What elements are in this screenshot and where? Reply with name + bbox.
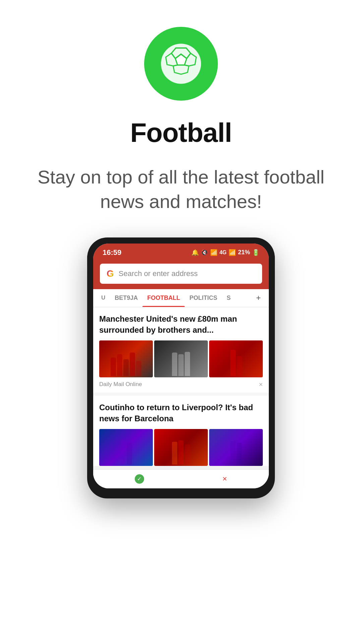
news-area: Manchester United's new £80m man surroun… <box>93 307 269 466</box>
article-1-title: Manchester United's new £80m man surroun… <box>99 313 263 336</box>
alarm-icon: 🔔 <box>191 249 199 256</box>
article-1-img-3 <box>209 340 263 377</box>
tab-football[interactable]: FOOTBALL <box>142 289 185 307</box>
search-bar-area: G Search or enter address <box>93 260 269 289</box>
article-1-source: Daily Mail Online <box>99 381 142 388</box>
battery-label: 21% <box>238 249 250 256</box>
article-2-images <box>99 429 263 466</box>
article-1-img-2 <box>154 340 208 377</box>
confirm-nav-icon[interactable]: ✓ <box>135 474 144 484</box>
article-2: Coutinho to return to Liverpool? It's ba… <box>93 396 269 466</box>
article-1-close[interactable]: × <box>259 381 263 388</box>
wifi-icon: 📶 <box>210 249 218 256</box>
app-title: Football <box>130 117 232 148</box>
add-tab-button[interactable]: + <box>251 290 265 306</box>
article-2-title: Coutinho to return to Liverpool? It's ba… <box>99 402 263 424</box>
article-2-img-3 <box>209 429 263 466</box>
tab-u[interactable]: U <box>97 289 110 307</box>
tab-politics[interactable]: POLITICS <box>185 289 222 307</box>
article-1-images <box>99 340 263 377</box>
status-icons: 🔔 🔇 📶 4G 📶 21% 🔋 <box>191 249 259 256</box>
article-1-source-bar: Daily Mail Online × <box>99 377 263 392</box>
google-logo: G <box>107 268 114 279</box>
app-icon <box>144 27 218 101</box>
status-time: 16:59 <box>103 248 121 257</box>
signal-icon: 📶 <box>229 249 236 256</box>
bottom-nav-bar: ✓ ✕ <box>93 469 269 488</box>
app-subtitle: Stay on top of all the latest football n… <box>0 165 362 214</box>
article-2-img-2 <box>154 429 208 466</box>
phone-mockup: 16:59 🔔 🔇 📶 4G 📶 21% 🔋 G Search or enter… <box>87 237 275 498</box>
status-bar: 16:59 🔔 🔇 📶 4G 📶 21% 🔋 <box>93 244 269 260</box>
search-bar[interactable]: G Search or enter address <box>100 264 262 284</box>
article-2-img-1 <box>99 429 153 466</box>
close-nav-icon[interactable]: ✕ <box>222 475 227 483</box>
phone-screen: 16:59 🔔 🔇 📶 4G 📶 21% 🔋 G Search or enter… <box>93 244 269 488</box>
tabs-bar: U BET9JA FOOTBALL POLITICS S + <box>93 289 269 307</box>
search-placeholder: Search or enter address <box>119 269 198 278</box>
article-1-img-1 <box>99 340 153 377</box>
phone-frame: 16:59 🔔 🔇 📶 4G 📶 21% 🔋 G Search or enter… <box>87 237 275 498</box>
tab-bet9ja[interactable]: BET9JA <box>110 289 142 307</box>
soccer-ball-svg <box>159 42 203 86</box>
network-label: 4G <box>220 250 227 256</box>
check-icon: ✓ <box>137 476 141 482</box>
tab-s[interactable]: S <box>222 289 235 307</box>
article-1: Manchester United's new £80m man surroun… <box>93 307 269 392</box>
battery-icon: 🔋 <box>252 249 259 256</box>
mute-icon: 🔇 <box>201 249 208 256</box>
